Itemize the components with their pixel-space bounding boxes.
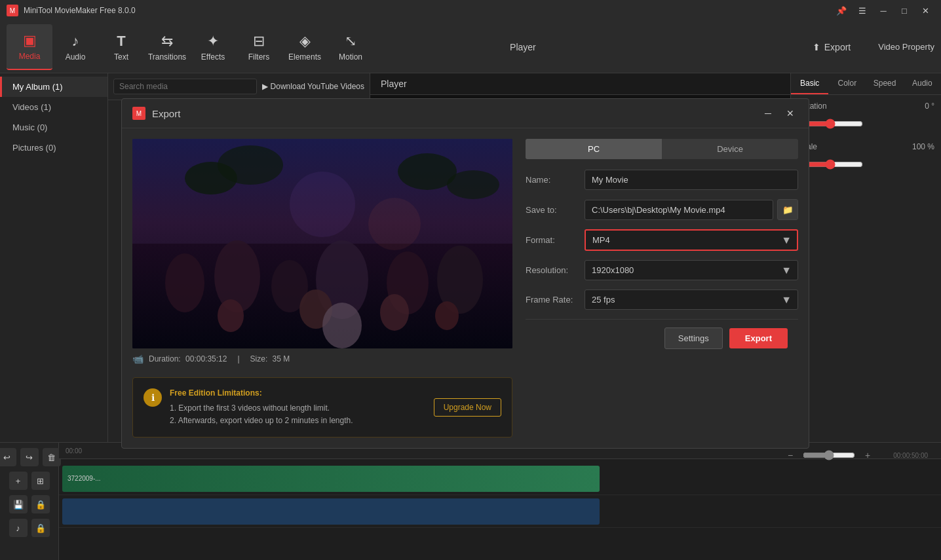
resolution-select[interactable]: 1920x1080 1280x720 854x480 640x360 xyxy=(585,260,798,280)
scale-row: Scale 100 % xyxy=(797,142,934,151)
zoom-slider[interactable] xyxy=(803,450,855,460)
svg-point-15 xyxy=(435,301,459,330)
format-label: Format: xyxy=(526,235,585,245)
zoom-out-button[interactable]: − xyxy=(783,448,797,462)
svg-point-17 xyxy=(368,198,421,250)
modal-header: M Export ─ ✕ xyxy=(122,99,809,128)
delete-button[interactable]: 🗑 xyxy=(43,448,61,466)
snap-button[interactable]: ⊞ xyxy=(31,472,50,490)
sidebar: My Album (1) Videos (1) Music (0) Pictur… xyxy=(0,73,108,442)
pc-tab[interactable]: PC xyxy=(526,139,662,159)
title-bar-controls: 📌 ☰ ─ □ ✕ xyxy=(832,4,934,17)
lock-button[interactable]: 🔒 xyxy=(31,495,50,513)
video-clip[interactable]: 3722009-... xyxy=(62,466,600,492)
audio-icon: ♪ xyxy=(72,33,79,50)
preview-camera-icon: 📹 xyxy=(132,354,144,364)
sidebar-item-videos[interactable]: Videos (1) xyxy=(0,97,107,117)
format-select[interactable]: MP4 AVI MOV MKV WMV GIF xyxy=(585,229,798,251)
prop-tab-basic[interactable]: Basic xyxy=(791,73,828,94)
limitation-text: Free Edition Limitations: 1. Export the … xyxy=(170,387,426,428)
format-select-wrap: MP4 AVI MOV MKV WMV GIF ▼ xyxy=(585,229,798,251)
timeline-start: 00:00 xyxy=(66,447,82,455)
sidebar-item-myalbum[interactable]: My Album (1) xyxy=(0,77,107,97)
prop-tab-color[interactable]: Color xyxy=(828,73,866,94)
timeline-bottom-controls: − + 00:00:50:00 xyxy=(783,448,928,462)
toolbar-text[interactable]: T Text xyxy=(98,24,144,70)
size-separator: | xyxy=(237,354,239,364)
modal-minimize-button[interactable]: ─ xyxy=(760,105,776,121)
toolbar-filters[interactable]: ⊟ Filters xyxy=(236,24,282,70)
sidebar-item-pictures[interactable]: Pictures (0) xyxy=(0,138,107,158)
upgrade-now-button[interactable]: Upgrade Now xyxy=(434,398,501,417)
frame-rate-select-wrap: 25 fps 30 fps 60 fps 24 fps ▼ xyxy=(585,289,798,310)
timeline-tracks: 3722009-... xyxy=(59,459,941,531)
player-label: Player xyxy=(510,42,536,52)
prop-tab-speed[interactable]: Speed xyxy=(866,73,904,94)
preview-info: 📹 Duration: 00:00:35:12 | Size: 35 M xyxy=(132,348,512,369)
toolbar-elements[interactable]: ◈ Elements xyxy=(282,24,328,70)
timeline-controls: ↩ ↪ 🗑 + ⊞ 💾 🔒 ♪ 🔒 xyxy=(0,443,59,560)
audio-clip[interactable] xyxy=(62,498,600,525)
svg-point-2 xyxy=(218,145,283,185)
toolbar-audio[interactable]: ♪ Audio xyxy=(52,24,98,70)
transitions-icon: ⇆ xyxy=(161,33,173,50)
limitation-line1: 1. Export the first 3 videos without len… xyxy=(170,402,426,415)
menu-button[interactable]: ☰ xyxy=(853,4,872,17)
folder-icon: 📁 xyxy=(782,205,794,215)
toolbar-motion[interactable]: ⤡ Motion xyxy=(328,24,374,70)
toolbar-media[interactable]: ▣ Media xyxy=(7,24,52,70)
svg-point-16 xyxy=(290,172,355,237)
export-top-button[interactable]: ⬆ Export xyxy=(805,38,858,56)
modal-close-button[interactable]: ✕ xyxy=(782,105,798,121)
scale-value: 100 % xyxy=(912,142,934,151)
toolbar-motion-label: Motion xyxy=(339,52,362,62)
prop-tab-audio[interactable]: Audio xyxy=(904,73,941,94)
timeline-end: 00:00:50:00 xyxy=(893,452,928,459)
toolbar-transitions[interactable]: ⇆ Transitions xyxy=(144,24,190,70)
frame-rate-label: Frame Rate: xyxy=(526,295,585,305)
svg-point-12 xyxy=(218,299,244,332)
media-toolbar: ▶ Download YouTube Videos xyxy=(108,73,370,100)
export-modal-button[interactable]: Export xyxy=(729,328,788,348)
svg-point-6 xyxy=(165,253,204,312)
sidebar-item-music[interactable]: Music (0) xyxy=(0,117,107,138)
browse-folder-button[interactable]: 📁 xyxy=(777,199,798,220)
pc-device-tabs: PC Device xyxy=(526,139,798,159)
limitation-box: ℹ Free Edition Limitations: 1. Export th… xyxy=(132,377,512,438)
search-media-input[interactable] xyxy=(113,79,257,94)
svg-point-4 xyxy=(447,170,499,199)
frame-rate-select[interactable]: 25 fps 30 fps 60 fps 24 fps xyxy=(585,289,798,310)
redo-button[interactable]: ↪ xyxy=(20,448,39,466)
close-app-button[interactable]: ✕ xyxy=(916,4,934,17)
modal-settings: PC Device Name: Save to: 📁 xyxy=(526,139,798,438)
name-input[interactable] xyxy=(585,170,798,190)
minimize-button[interactable]: ─ xyxy=(874,4,893,17)
undo-button[interactable]: ↩ xyxy=(0,448,16,466)
save-button[interactable]: 💾 xyxy=(9,495,28,513)
preview-image xyxy=(132,139,512,348)
modal-preview: 📹 Duration: 00:00:35:12 | Size: 35 M ℹ F… xyxy=(132,139,512,438)
timeline-ctrl-row4: ♪ 🔒 xyxy=(9,519,50,537)
properties-panel: Basic Color Speed Audio Rotation 0 ° Sca… xyxy=(790,73,941,442)
maximize-button[interactable]: □ xyxy=(895,4,913,17)
toolbar-effects[interactable]: ✦ Effects xyxy=(190,24,236,70)
timeline: ↩ ↪ 🗑 + ⊞ 💾 🔒 ♪ 🔒 00:00 − + 00:00:50:00 xyxy=(0,442,941,560)
toolbar-media-label: Media xyxy=(19,52,41,61)
audio-track-row xyxy=(59,495,941,528)
properties-content: Rotation 0 ° Scale 100 % xyxy=(791,95,941,179)
device-tab[interactable]: Device xyxy=(662,139,798,159)
zoom-in-button[interactable]: + xyxy=(860,448,875,462)
audio-lock-button[interactable]: 🔒 xyxy=(31,519,50,537)
player-header: Player xyxy=(370,73,790,95)
save-to-input[interactable] xyxy=(585,200,773,220)
add-track-button[interactable]: + xyxy=(9,472,28,490)
save-to-label: Save to: xyxy=(526,205,585,215)
download-youtube-button[interactable]: ▶ Download YouTube Videos xyxy=(262,79,364,94)
format-row: Format: MP4 AVI MOV MKV WMV GIF ▼ xyxy=(526,229,798,251)
audio-track-button[interactable]: ♪ xyxy=(9,519,28,537)
media-icon: ▣ xyxy=(23,32,37,49)
pin-button[interactable]: 📌 xyxy=(832,4,851,17)
settings-button[interactable]: Settings xyxy=(664,327,723,349)
timeline-ctrl-row1: ↩ ↪ 🗑 xyxy=(0,448,61,466)
modal-footer: Settings Export xyxy=(526,319,798,357)
